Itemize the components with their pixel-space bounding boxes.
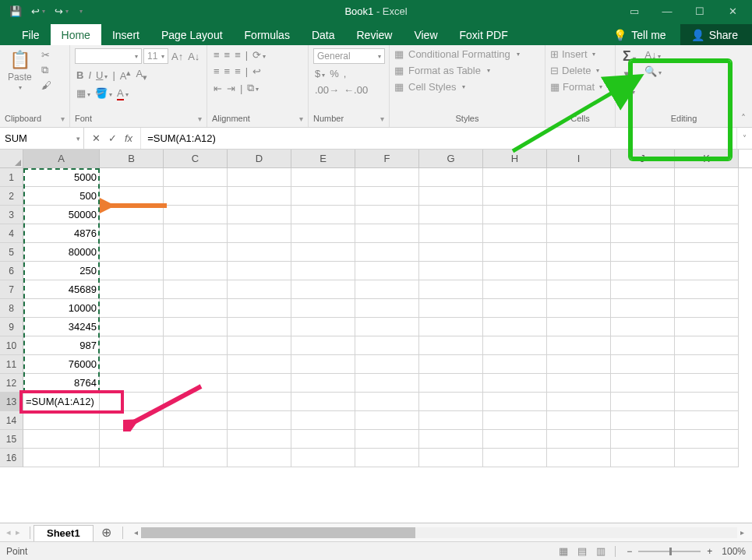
cell-A7[interactable]: 45689 (23, 280, 100, 299)
cell-J4[interactable] (611, 224, 675, 243)
number-format-select[interactable]: General▾ (313, 48, 385, 64)
align-top-icon[interactable]: ≡ (212, 48, 221, 62)
cell-C2[interactable] (164, 187, 228, 206)
cell-F13[interactable] (355, 393, 419, 411)
cell-B14[interactable] (100, 411, 164, 430)
cell-F11[interactable] (355, 355, 419, 374)
cell-D13[interactable] (228, 393, 291, 411)
cell-A13[interactable]: =SUM(A1:A12) (23, 393, 100, 411)
cell-I16[interactable] (547, 449, 611, 467)
paste-button[interactable]: 📋 Paste ▾ (5, 48, 35, 93)
cell-I7[interactable] (547, 280, 611, 299)
collapse-ribbon-icon[interactable]: ˄ (741, 113, 746, 124)
cell-D11[interactable] (228, 355, 291, 374)
cell-C8[interactable] (164, 299, 228, 318)
cell-A12[interactable]: 8764 (23, 374, 100, 393)
cell-styles-button[interactable]: ▦Cell Styles▾ (394, 81, 465, 93)
conditional-formatting-button[interactable]: ▦Conditional Formatting▾ (394, 48, 520, 60)
cell-E11[interactable] (291, 355, 355, 374)
maximize-icon[interactable]: ☐ (687, 5, 713, 17)
col-header-c[interactable]: C (164, 150, 228, 167)
cell-A16[interactable] (23, 449, 100, 467)
cell-B7[interactable] (100, 280, 164, 299)
clipboard-launcher-icon[interactable]: ▾ (61, 114, 65, 123)
cell-K6[interactable] (675, 262, 739, 280)
row-header-11[interactable]: 11 (0, 355, 23, 374)
col-header-i[interactable]: I (547, 150, 611, 167)
increase-font-icon[interactable]: A↑ (170, 50, 185, 63)
cell-K16[interactable] (675, 449, 739, 467)
cell-J7[interactable] (611, 280, 675, 299)
font-name-select[interactable]: ▾ (75, 48, 142, 64)
tab-view[interactable]: View (403, 24, 448, 45)
align-right-icon[interactable]: ≡ (233, 65, 242, 78)
page-break-view-icon[interactable]: ▥ (591, 545, 610, 557)
cell-C3[interactable] (164, 206, 228, 224)
cell-J16[interactable] (611, 449, 675, 467)
delete-cells-button[interactable]: ⊟Delete▾ (550, 65, 599, 76)
cell-K14[interactable] (675, 411, 739, 430)
cell-K3[interactable] (675, 206, 739, 224)
cell-F2[interactable] (355, 187, 419, 206)
cell-H5[interactable] (483, 243, 547, 262)
tab-data[interactable]: Data (301, 24, 346, 45)
format-painter-icon[interactable]: 🖌 (40, 79, 53, 92)
minimize-icon[interactable]: — (654, 5, 680, 17)
tab-foxit[interactable]: Foxit PDF (449, 24, 519, 45)
col-header-a[interactable]: A (23, 150, 100, 167)
cell-G9[interactable] (419, 318, 483, 336)
insert-cells-button[interactable]: ⊞Insert▾ (550, 48, 595, 60)
col-header-k[interactable]: K (675, 150, 739, 167)
cell-C13[interactable] (164, 393, 228, 411)
cell-E4[interactable] (291, 224, 355, 243)
number-launcher-icon[interactable]: ▾ (380, 114, 384, 123)
cell-K1[interactable] (675, 168, 739, 187)
undo-icon[interactable]: ↩▾ (28, 4, 48, 19)
cell-D1[interactable] (228, 168, 291, 187)
cell-H15[interactable] (483, 430, 547, 449)
cell-D8[interactable] (228, 299, 291, 318)
cell-J6[interactable] (611, 262, 675, 280)
row-header-1[interactable]: 1 (0, 168, 23, 187)
cell-A3[interactable]: 50000 (23, 206, 100, 224)
cell-E14[interactable] (291, 411, 355, 430)
cell-G12[interactable] (419, 374, 483, 393)
cell-E6[interactable] (291, 262, 355, 280)
cell-K5[interactable] (675, 243, 739, 262)
row-header-8[interactable]: 8 (0, 299, 23, 318)
col-header-g[interactable]: G (419, 150, 483, 167)
cell-J12[interactable] (611, 374, 675, 393)
row-header-3[interactable]: 3 (0, 206, 23, 224)
increase-decimal-icon[interactable]: .00→ (313, 83, 341, 97)
cell-B3[interactable] (100, 206, 164, 224)
cell-K15[interactable] (675, 430, 739, 449)
cell-H12[interactable] (483, 374, 547, 393)
cell-G3[interactable] (419, 206, 483, 224)
row-header-4[interactable]: 4 (0, 224, 23, 243)
page-layout-view-icon[interactable]: ▤ (573, 545, 591, 557)
cell-E15[interactable] (291, 430, 355, 449)
cell-C6[interactable] (164, 262, 228, 280)
cell-D15[interactable] (228, 430, 291, 449)
cell-I10[interactable] (547, 336, 611, 355)
cell-I8[interactable] (547, 299, 611, 318)
format-cells-button[interactable]: ▦Format▾ (550, 81, 602, 93)
fill-color-icon[interactable]: 🪣▾ (94, 86, 114, 100)
cell-G2[interactable] (419, 187, 483, 206)
cell-E9[interactable] (291, 318, 355, 336)
cell-G16[interactable] (419, 449, 483, 467)
add-sheet-button[interactable]: ⊕ (94, 525, 119, 540)
cell-D12[interactable] (228, 374, 291, 393)
row-header-9[interactable]: 9 (0, 318, 23, 336)
fx-icon[interactable]: fx (125, 132, 132, 144)
cell-H10[interactable] (483, 336, 547, 355)
row-header-13[interactable]: 13 (0, 393, 23, 411)
cell-J2[interactable] (611, 187, 675, 206)
decrease-font-icon-2[interactable]: A▾ (134, 67, 149, 83)
sheet-nav-first-icon[interactable]: ◂ (6, 527, 11, 537)
cell-F14[interactable] (355, 411, 419, 430)
cell-B4[interactable] (100, 224, 164, 243)
cell-C1[interactable] (164, 168, 228, 187)
cell-K9[interactable] (675, 318, 739, 336)
cell-C10[interactable] (164, 336, 228, 355)
